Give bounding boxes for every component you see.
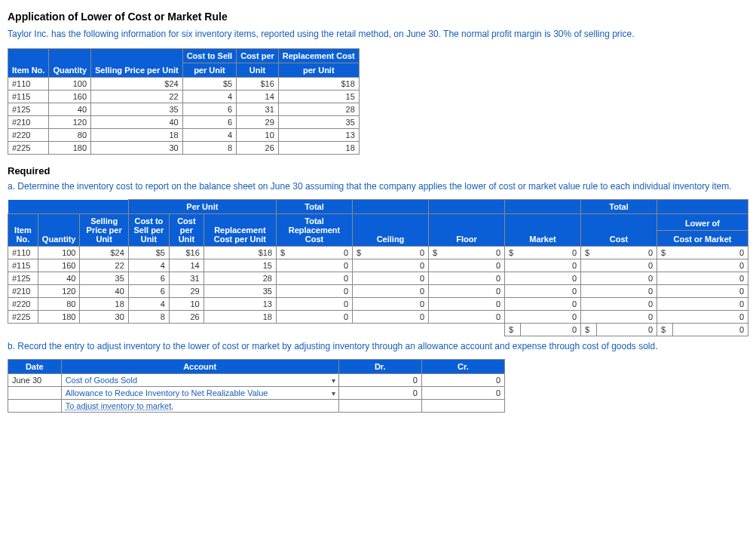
cell-trc[interactable]: 0	[292, 298, 353, 311]
memo-dr[interactable]	[338, 400, 421, 413]
cell-ceil-d: $	[353, 247, 369, 259]
cell-sp: $24	[80, 247, 128, 259]
cell-market[interactable]: 0	[520, 285, 581, 298]
total-lom[interactable]: 0	[672, 324, 748, 336]
cell-account[interactable]: Allowance to Reduce Inventory to Net Rea…	[61, 387, 338, 400]
cell-cost-d	[581, 298, 597, 311]
cell-floor[interactable]: 0	[444, 285, 505, 298]
worksheet-table: Per Unit Total Total Item No. Quantity S…	[8, 199, 748, 336]
cell-market[interactable]: 0	[520, 272, 581, 285]
cell-lom-d	[657, 311, 673, 324]
th-rc-group: Replacement Cost	[278, 49, 359, 63]
table-row: June 30Cost of Goods Sold▾00	[8, 374, 505, 387]
table-row: #125403563128	[8, 103, 360, 116]
memo-date[interactable]	[8, 400, 62, 413]
cell-ceil[interactable]: 0	[368, 311, 429, 324]
cell-market[interactable]: 0	[520, 311, 581, 324]
cell-cpu: 10	[237, 129, 279, 142]
cell-trc-d	[277, 298, 292, 311]
cell-qty: 160	[38, 259, 80, 272]
cell-lom[interactable]: 0	[672, 311, 748, 324]
cell-floor[interactable]: 0	[444, 311, 505, 324]
cell-ceil[interactable]: 0	[368, 259, 429, 272]
table-row: #110100$24$5$16$18$0$0$0$0$0$0	[8, 247, 748, 259]
cell-itemno: #115	[8, 259, 38, 272]
cell-sp: 40	[91, 116, 183, 129]
cell-ceil-d	[353, 285, 369, 298]
cell-qty: 40	[49, 103, 91, 116]
cell-trc[interactable]: 0	[292, 285, 353, 298]
cell-cpu: 31	[237, 103, 279, 116]
cell-cost-d	[581, 272, 597, 285]
cell-lom[interactable]: 0	[672, 259, 748, 272]
cell-lom[interactable]: 0	[672, 247, 748, 259]
memo-cr[interactable]	[421, 400, 504, 413]
cell-itemno: #220	[8, 298, 38, 311]
th-total-g2: Total	[581, 200, 657, 214]
cell-ceil[interactable]: 0	[368, 285, 429, 298]
cell-cost-d	[581, 259, 597, 272]
cell-cpu: 26	[237, 142, 279, 155]
cell-market[interactable]: 0	[520, 259, 581, 272]
th2-lom: Lower of	[657, 214, 748, 231]
cell-floor[interactable]: 0	[444, 298, 505, 311]
total-market[interactable]: 0	[520, 324, 581, 336]
cell-cost[interactable]: 0	[596, 285, 657, 298]
cell-itemno: #110	[8, 247, 38, 259]
cell-cts: 6	[182, 103, 237, 116]
cell-date[interactable]: June 30	[8, 374, 62, 387]
th-cpu-unit: Unit	[237, 63, 279, 78]
cell-cost[interactable]: 0	[596, 298, 657, 311]
cell-lom[interactable]: 0	[672, 298, 748, 311]
cell-qty: 40	[38, 272, 80, 285]
cell-date[interactable]	[8, 387, 62, 400]
total-market-d: $	[505, 324, 521, 336]
cell-trc[interactable]: 0	[292, 272, 353, 285]
cell-cr[interactable]: 0	[421, 387, 504, 400]
cell-trc[interactable]: 0	[292, 247, 353, 259]
cell-ceil[interactable]: 0	[368, 272, 429, 285]
cell-cr[interactable]: 0	[421, 374, 504, 387]
cell-ceil[interactable]: 0	[368, 298, 429, 311]
prompt-b: b. Record the entry to adjust inventory …	[8, 341, 748, 351]
cell-floor[interactable]: 0	[444, 272, 505, 285]
th3-dr: Dr.	[338, 360, 421, 374]
cell-ceil-d	[353, 298, 369, 311]
cell-floor[interactable]: 0	[444, 259, 505, 272]
cell-trc[interactable]: 0	[292, 311, 353, 324]
cell-dr[interactable]: 0	[338, 374, 421, 387]
cell-trc[interactable]: 0	[292, 259, 353, 272]
total-cost[interactable]: 0	[596, 324, 657, 336]
cell-itemno: #210	[8, 285, 38, 298]
cell-cts: 8	[128, 311, 169, 324]
th2-cpu: Cost per Unit	[169, 214, 204, 247]
cell-sp: 40	[80, 285, 128, 298]
cell-cost[interactable]: 0	[596, 259, 657, 272]
cell-cost-d: $	[581, 247, 597, 259]
cell-cts: 6	[128, 285, 169, 298]
cell-floor[interactable]: 0	[444, 247, 505, 259]
cell-rc: 35	[278, 116, 359, 129]
cell-qty: 80	[49, 129, 91, 142]
cell-cost[interactable]: 0	[596, 311, 657, 324]
cell-lom[interactable]: 0	[672, 272, 748, 285]
cell-cost[interactable]: 0	[596, 247, 657, 259]
th-itemno: Item No.	[8, 49, 49, 78]
cell-market[interactable]: 0	[520, 298, 581, 311]
cell-lom[interactable]: 0	[672, 285, 748, 298]
cell-ceil[interactable]: 0	[368, 247, 429, 259]
cell-account[interactable]: Cost of Goods Sold▾	[61, 374, 338, 387]
cell-floor-d: $	[429, 247, 445, 259]
th-total-g1: Total	[277, 200, 353, 214]
total-lom-d: $	[657, 324, 673, 336]
cell-market[interactable]: 0	[520, 247, 581, 259]
cell-sp: 18	[91, 129, 183, 142]
cell-sp: 22	[80, 259, 128, 272]
cell-market-d	[505, 259, 521, 272]
cell-dr[interactable]: 0	[338, 387, 421, 400]
cell-cts: 4	[128, 259, 169, 272]
cell-rc: 18	[204, 311, 276, 324]
cell-cost-d	[581, 311, 597, 324]
cell-rc: 15	[204, 259, 276, 272]
cell-cost[interactable]: 0	[596, 272, 657, 285]
